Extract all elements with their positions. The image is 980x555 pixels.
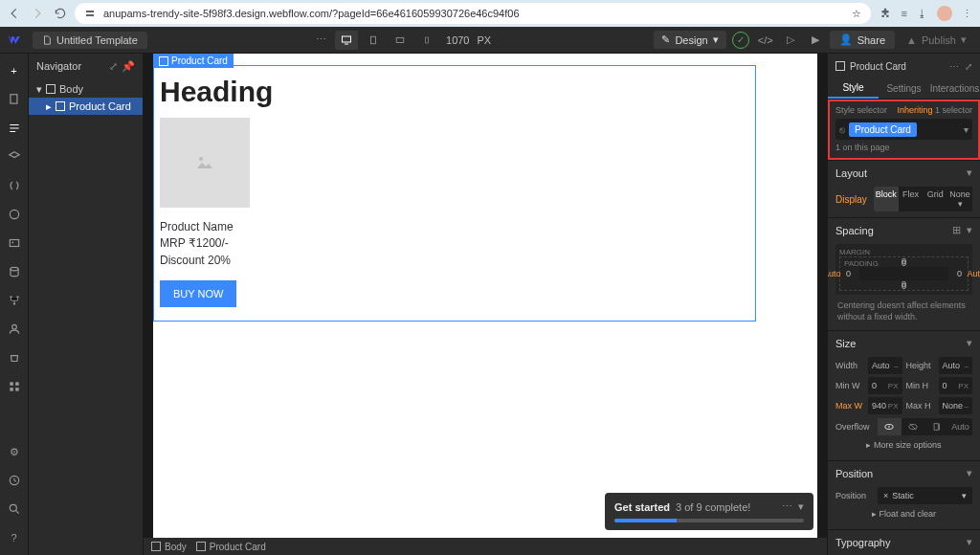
image-placeholder[interactable] — [160, 118, 250, 208]
product-card-element[interactable]: Product Card Heading Product Name MRP ₹1… — [153, 65, 756, 322]
display-block[interactable]: Block — [874, 187, 899, 211]
ecommerce-icon[interactable] — [3, 346, 26, 369]
design-mode-button[interactable]: ✎ Design ▾ — [654, 31, 725, 49]
crumb-body[interactable]: Body — [151, 542, 187, 552]
add-icon[interactable]: + — [3, 59, 26, 82]
display-none[interactable]: None ▾ — [947, 187, 972, 211]
position-label: Position — [835, 491, 874, 500]
nav-item-product-card[interactable]: ▸ Product Card — [29, 98, 143, 115]
more-icon[interactable]: ⋯ — [310, 30, 331, 51]
padding-right[interactable]: 0 — [957, 269, 962, 278]
crumb-product-card[interactable]: Product Card — [196, 542, 266, 552]
users-icon[interactable] — [3, 318, 26, 341]
play-icon[interactable]: ▶ — [805, 30, 826, 51]
kebab-icon[interactable]: ⋮ — [962, 8, 972, 20]
pages-icon[interactable] — [3, 88, 26, 111]
close-icon[interactable]: × — [883, 491, 888, 500]
canvas-width[interactable]: 1070 — [446, 34, 469, 46]
canvas[interactable]: Product Card Heading Product Name MRP ₹1… — [153, 54, 817, 538]
tablet-icon[interactable] — [362, 31, 385, 50]
variables-icon[interactable] — [3, 174, 26, 197]
tab-style[interactable]: Style — [828, 78, 879, 99]
spacing-editor[interactable]: MARGIN 0 0 Auto Auto PADDING 0 0 0 0 — [835, 244, 972, 295]
collapse-icon[interactable]: ⤢ — [109, 60, 118, 73]
status-check-icon[interactable]: ✓ — [730, 30, 751, 51]
tab-settings[interactable]: Settings — [879, 78, 929, 99]
get-started-toast[interactable]: Get started 3 of 9 complete! ⋯ ▾ — [605, 493, 813, 530]
person-icon: 👤 — [839, 33, 853, 46]
star-icon[interactable]: ☆ — [852, 8, 861, 20]
collapse-icon[interactable]: ▾ — [967, 467, 972, 479]
margin-right[interactable]: Auto — [967, 269, 980, 278]
list-icon[interactable]: ≡ — [902, 8, 907, 19]
tablet-landscape-icon[interactable] — [389, 31, 412, 50]
height-input[interactable]: Auto– — [939, 357, 973, 374]
navigator-icon[interactable] — [3, 117, 26, 140]
desktop-icon[interactable] — [335, 31, 358, 50]
padding-left[interactable]: 0 — [846, 269, 851, 278]
collapse-icon[interactable]: ▾ — [967, 536, 972, 548]
margin-left[interactable]: Auto — [827, 269, 841, 278]
heading[interactable]: Heading — [160, 76, 749, 108]
overflow-hidden-icon[interactable] — [902, 418, 925, 435]
cms-icon[interactable] — [3, 260, 26, 283]
help-icon[interactable]: ? — [3, 526, 26, 549]
more-size-options[interactable]: ▸ More size options — [835, 435, 972, 455]
search-icon[interactable] — [3, 498, 26, 521]
padding-top[interactable]: 0 — [902, 258, 906, 268]
chevron-down-icon[interactable]: ▾ — [964, 124, 969, 135]
display-grid[interactable]: Grid — [924, 187, 948, 211]
webflow-logo-icon[interactable] — [6, 32, 23, 49]
minh-input[interactable]: 0PX — [939, 377, 973, 394]
code-icon[interactable]: </> — [755, 30, 776, 51]
expand-icon: ▾ — [36, 83, 42, 96]
class-pill[interactable]: Product Card — [849, 122, 917, 137]
position-select[interactable]: × Static ▾ — [878, 487, 972, 504]
overflow-auto[interactable]: Auto — [948, 418, 972, 435]
maxw-input[interactable]: 940PX — [868, 397, 902, 414]
more-icon[interactable]: ⋯ — [949, 61, 959, 72]
publish-button[interactable]: ▲ Publish ▾ — [899, 31, 974, 49]
assets-icon[interactable] — [3, 232, 26, 255]
components-icon[interactable] — [3, 145, 26, 168]
reload-icon[interactable] — [54, 7, 67, 20]
tab-interactions[interactable]: Interactions — [929, 78, 980, 99]
spacing-preset-icon[interactable]: ⊞ — [952, 224, 961, 236]
url-bar[interactable]: anupams-trendy-site-5f98f3.design.webflo… — [75, 3, 871, 24]
overflow-scroll-icon[interactable] — [925, 418, 949, 435]
pin-icon[interactable]: 📌 — [122, 60, 135, 73]
browser-nav — [8, 7, 67, 20]
preview-icon[interactable]: ▷ — [780, 30, 801, 51]
display-flex[interactable]: Flex — [899, 187, 924, 211]
audit-icon[interactable] — [3, 469, 26, 492]
collapse-icon[interactable]: ▾ — [967, 166, 972, 179]
download-icon[interactable]: ⭳ — [917, 8, 927, 19]
padding-bottom[interactable]: 0 — [902, 279, 906, 289]
extensions-icon[interactable] — [879, 7, 892, 20]
apps-icon[interactable] — [3, 375, 26, 398]
minw-input[interactable]: 0PX — [868, 377, 902, 394]
expand-icon[interactable]: ⤢ — [965, 61, 972, 72]
float-clear[interactable]: ▸ Float and clear — [835, 504, 972, 523]
styles-icon[interactable] — [3, 203, 26, 226]
share-button[interactable]: 👤 Share — [830, 31, 895, 49]
page-tab[interactable]: Untitled Template — [33, 32, 147, 49]
class-selector[interactable]: ⎋ Product Card ▾ — [835, 119, 972, 140]
collapse-icon[interactable]: ▾ — [967, 224, 972, 236]
back-icon[interactable] — [8, 7, 21, 20]
collapse-icon[interactable]: ▾ — [967, 337, 972, 349]
buy-now-button[interactable]: BUY NOW — [160, 280, 236, 307]
logic-icon[interactable] — [3, 289, 26, 312]
maxh-input[interactable]: None– — [939, 397, 973, 414]
site-info-icon[interactable] — [84, 8, 96, 19]
product-text[interactable]: Product Name MRP ₹1200/- Discount 20% — [160, 219, 749, 269]
forward-icon[interactable] — [31, 7, 44, 20]
mobile-icon[interactable] — [415, 31, 438, 50]
profile-avatar[interactable] — [937, 6, 952, 21]
nav-item-body[interactable]: ▾ Body — [29, 80, 143, 98]
width-input[interactable]: Auto– — [868, 357, 902, 374]
toast-chevron-icon[interactable]: ▾ — [798, 500, 804, 513]
overflow-visible-icon[interactable] — [878, 418, 902, 435]
toast-more-icon[interactable]: ⋯ — [782, 500, 792, 513]
settings-icon[interactable]: ⚙ — [3, 440, 26, 463]
